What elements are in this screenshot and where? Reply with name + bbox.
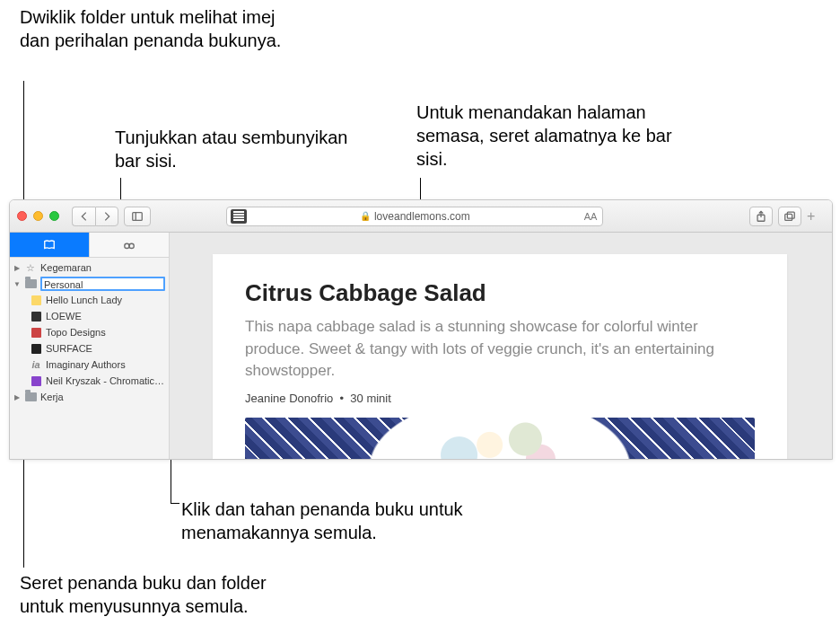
sidebar-toggle-button[interactable] [124, 207, 151, 226]
bookmark-item[interactable]: SURFACE [10, 340, 169, 357]
svg-rect-4 [785, 214, 792, 220]
show-tabs-button[interactable] [778, 207, 801, 226]
meta-separator: • [340, 392, 345, 405]
new-tab-button[interactable]: + [807, 208, 825, 225]
bookmark-item[interactable]: ia Imaginary Authors [10, 357, 169, 373]
book-icon [43, 239, 56, 251]
content-pane: Citrus Cabbage Salad This napa cabbage s… [170, 233, 832, 459]
callout-drag-address: Untuk menandakan halaman semasa, seret a… [416, 101, 686, 171]
folder-icon [24, 391, 37, 403]
disclosure-triangle-icon[interactable]: ▶ [13, 264, 21, 272]
svg-rect-0 [133, 212, 143, 220]
sidebar: ▶ ☆ Kegemaran ▼ Personal Hello Lunch Lad… [10, 233, 170, 459]
reader-mode-button[interactable] [231, 209, 247, 224]
bookmark-item[interactable]: LOEWE [10, 308, 169, 324]
article-title: Citrus Cabbage Salad [245, 279, 755, 307]
callout-line [171, 503, 179, 504]
article-duration: 30 minit [350, 392, 391, 405]
nav-buttons [72, 207, 118, 226]
sidebar-tabs [10, 233, 169, 258]
star-icon: ☆ [24, 261, 37, 274]
bookmark-label: Hello Lunch Lady [46, 295, 165, 305]
bookmark-item[interactable]: Neil Kryszak - Chromatic E… [10, 373, 169, 389]
folder-label: Kerja [40, 392, 165, 402]
lock-icon: 🔒 [360, 211, 371, 221]
favicon [30, 326, 42, 339]
callout-rename-bookmark: Klik dan tahan penanda buku untuk menama… [181, 498, 468, 544]
article-byline: Jeanine Donofrio • 30 minit [245, 392, 755, 405]
glasses-icon [123, 239, 136, 251]
bookmark-item[interactable]: Topo Designs [10, 324, 169, 340]
favicon [30, 310, 42, 322]
address-area: 🔒 loveandlemons.com AA [226, 207, 603, 226]
window-controls [17, 211, 59, 221]
back-button[interactable] [72, 207, 95, 226]
forward-button[interactable] [95, 207, 118, 226]
favicon: ia [30, 358, 42, 371]
bookmark-label: Neil Kryszak - Chromatic E… [46, 375, 165, 386]
bookmark-label: LOEWE [46, 311, 165, 322]
disclosure-triangle-icon[interactable]: ▶ [13, 393, 21, 401]
favicon [30, 294, 42, 306]
callout-doubleclick-folder: Dwiklik folder untuk melihat imej dan pe… [20, 5, 289, 52]
folder-label: Kegemaran [40, 262, 165, 273]
folder-work[interactable]: ▶ Kerja [10, 389, 169, 405]
url-host: loveandlemons.com [374, 210, 470, 223]
favicon [30, 342, 42, 355]
minimize-button[interactable] [33, 211, 43, 221]
callout-toggle-sidebar: Tunjukkan atau sembunyikan bar sisi. [115, 126, 348, 172]
text-size-button[interactable]: AA [584, 211, 598, 222]
svg-point-7 [129, 243, 134, 248]
tab-reading-list[interactable] [90, 233, 169, 257]
zoom-button[interactable] [49, 211, 59, 221]
share-button[interactable] [749, 207, 773, 226]
address-bar[interactable]: 🔒 loveandlemons.com AA [226, 207, 603, 226]
reader-article: Citrus Cabbage Salad This napa cabbage s… [213, 254, 787, 459]
folder-icon [24, 277, 37, 290]
bookmark-list: ▶ ☆ Kegemaran ▼ Personal Hello Lunch Lad… [10, 258, 169, 407]
tab-bookmarks[interactable] [10, 233, 90, 257]
chevron-right-icon [101, 210, 113, 223]
article-hero-image [245, 418, 755, 460]
share-icon [755, 210, 767, 223]
sidebar-icon [131, 210, 144, 223]
article-author: Jeanine Donofrio [245, 392, 333, 405]
bookmark-label: Imaginary Authors [46, 359, 165, 370]
chevron-left-icon [78, 210, 91, 223]
close-button[interactable] [17, 211, 27, 221]
bookmark-item[interactable]: Hello Lunch Lady [10, 292, 169, 308]
bookmark-label: Topo Designs [46, 327, 165, 338]
tabs-icon [783, 210, 796, 223]
favicon [30, 374, 42, 387]
folder-name-input[interactable]: Personal [40, 277, 165, 291]
svg-point-6 [125, 243, 129, 248]
disclosure-triangle-icon[interactable]: ▼ [13, 280, 21, 288]
callout-reorder: Seret penanda buku dan folder untuk meny… [20, 571, 307, 618]
folder-personal-editing[interactable]: ▼ Personal [10, 276, 169, 292]
safari-window: 🔒 loveandlemons.com AA + [9, 199, 833, 460]
folder-favorites[interactable]: ▶ ☆ Kegemaran [10, 260, 169, 276]
bookmark-label: SURFACE [46, 343, 165, 354]
toolbar: 🔒 loveandlemons.com AA + [10, 200, 832, 233]
svg-rect-5 [787, 212, 794, 218]
article-description: This napa cabbage salad is a stunning sh… [245, 316, 755, 383]
